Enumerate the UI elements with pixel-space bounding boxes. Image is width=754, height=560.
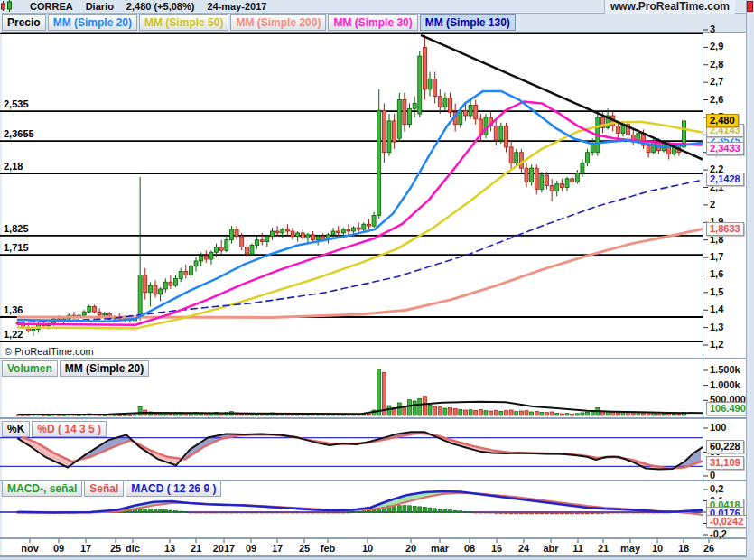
price-level-label: 1,22 (4, 329, 23, 340)
legend-chip-volumen[interactable]: Volumen (2, 360, 58, 377)
ma30-line (18, 102, 703, 325)
x-axis-label: 10 (351, 543, 384, 554)
x-axis-label: dic (116, 543, 149, 554)
right-toolbar-strip (746, 0, 754, 560)
volume-axis-tick: 1.500k (710, 364, 740, 376)
stochastic-axis-tick: 0 (710, 470, 715, 481)
ma-value-box: 2,1428 (706, 173, 744, 186)
panel-separator (0, 417, 746, 419)
chart-canvas (0, 0, 754, 560)
stochastic-value-box: 31,109 (706, 456, 744, 470)
stochastic-axis-tick: 100 (710, 422, 726, 434)
ma-value-box: 2,3433 (706, 142, 744, 155)
legend-chip-macd-hist[interactable]: MACD-, señal (2, 481, 82, 497)
price-level-label: 1,825 (4, 223, 29, 234)
panel-separator (0, 358, 746, 359)
volume-legend-bar: Volumen MM (Simple 20) (2, 360, 149, 377)
copyright-label: © ProRealTime.com (5, 346, 94, 357)
price-level-label: 1,36 (4, 304, 23, 315)
volume-value-box: 106.490 (706, 402, 749, 415)
price-axis-tick: 3 (710, 23, 715, 35)
price-axis-tick: 1,2 (710, 339, 723, 350)
x-axis-label: 20 (395, 543, 427, 554)
candlestick-series (16, 35, 686, 337)
price-level-label: 2,18 (4, 161, 23, 172)
price-axis-tick: 2,8 (710, 59, 723, 70)
axis-tick-marks (30, 30, 709, 543)
x-axis-label: feb (312, 543, 344, 554)
volume-axis-tick: 1.000k (710, 379, 740, 391)
macd-legend-bar: MACD-, señal Señal MACD ( 12 26 9 ) (2, 481, 221, 497)
volume-ma-line (18, 402, 703, 415)
price-axis-tick: 2,7 (710, 76, 723, 88)
x-axis-label: mar (424, 543, 456, 554)
x-axis-label: 26 (693, 543, 725, 554)
x-axis-label: 17 (70, 543, 102, 554)
price-axis-tick: 2 (710, 199, 715, 210)
price-axis-tick: 1,6 (710, 268, 723, 280)
legend-chip-stoch-d[interactable]: %D ( 14 3 5 ) (32, 421, 107, 437)
macd-axis-tick: 0,2 (710, 483, 723, 495)
close-chart-button[interactable] (747, 1, 753, 12)
ma50-line (18, 122, 703, 329)
macd-value-box: -0,0242 (706, 515, 747, 528)
macd-axis-tick: -0,2 (710, 528, 727, 540)
stochastic-value-box: 60,228 (706, 440, 744, 453)
legend-chip-macd[interactable]: MACD ( 12 26 9 ) (126, 481, 221, 497)
legend-chip-stoch-k[interactable]: %K (2, 421, 30, 437)
x-axis-label: nov (14, 543, 46, 554)
stochastic-legend-bar: %K %D ( 14 3 5 ) (2, 421, 107, 437)
price-axis-tick: 1,3 (710, 322, 723, 333)
last-price-box: 2,480 (706, 114, 739, 127)
legend-chip-macd-signal[interactable]: Señal (84, 481, 124, 497)
price-axis-tick: 1,7 (710, 251, 723, 263)
panel-separator (0, 537, 746, 539)
price-level-label: 2,535 (4, 98, 29, 109)
axis-boundary-line (703, 33, 703, 539)
price-axis-tick: 1,4 (710, 303, 723, 315)
price-axis-tick: 2,6 (710, 94, 723, 106)
prorealtime-window: CORREA Diario 2,480 (+5,08%) 24-may-2017… (0, 0, 754, 560)
price-level-label: 1,715 (4, 242, 29, 253)
legend-chip-volume-mm20[interactable]: MM (Simple 20) (60, 360, 149, 377)
price-axis-tick: 2,9 (710, 41, 723, 52)
price-level-label: 2,3655 (4, 128, 34, 139)
ma-value-box: 1,8633 (706, 222, 744, 236)
price-axis-tick: 1,5 (710, 286, 723, 298)
horizontal-level-lines (0, 33, 703, 341)
